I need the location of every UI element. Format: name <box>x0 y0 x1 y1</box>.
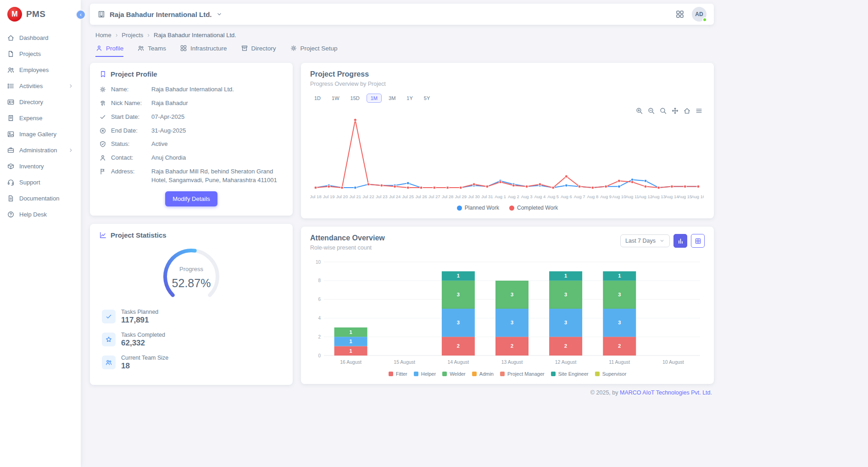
breadcrumb-item-home[interactable]: Home <box>95 32 111 39</box>
date-range-select[interactable]: Last 7 Days <box>620 234 670 247</box>
chart-view-button[interactable] <box>673 234 687 248</box>
x-axis-label: Jul 31 <box>481 194 493 199</box>
data-point-completed-work[interactable] <box>354 118 356 121</box>
legend-item-supervisor[interactable]: Supervisor <box>595 371 627 377</box>
data-point-completed-work[interactable] <box>380 184 383 187</box>
footer-link[interactable]: MARCO AIoT Technologies Pvt. Ltd. <box>620 389 712 396</box>
sidebar-item-employees[interactable]: Employees <box>0 62 81 78</box>
data-point-completed-work[interactable] <box>433 186 436 189</box>
data-point-completed-work[interactable] <box>499 181 502 183</box>
tab-project-setup[interactable]: Project Setup <box>290 44 338 57</box>
data-point-completed-work[interactable] <box>394 185 396 188</box>
data-point-completed-work[interactable] <box>420 186 423 189</box>
breadcrumb-item-projects[interactable]: Projects <box>122 32 143 39</box>
data-point-completed-work[interactable] <box>512 184 515 187</box>
data-point-planned-work[interactable] <box>565 184 568 187</box>
apps-grid-button[interactable] <box>675 10 684 19</box>
topbar-actions: AD <box>675 7 707 22</box>
modify-details-button[interactable]: Modify Details <box>165 191 217 206</box>
data-point-completed-work[interactable] <box>406 186 409 189</box>
range-3m[interactable]: 3M <box>384 94 400 103</box>
data-point-completed-work[interactable] <box>605 185 607 188</box>
sidebar-item-image-gallery[interactable]: Image Gallery <box>0 126 81 142</box>
home-button[interactable] <box>683 106 691 114</box>
range-15d[interactable]: 15D <box>346 94 364 103</box>
legend-item-fitter[interactable]: Fitter <box>389 371 407 377</box>
data-point-completed-work[interactable] <box>578 185 581 188</box>
data-point-completed-work[interactable] <box>539 183 541 186</box>
data-point-completed-work[interactable] <box>341 186 344 189</box>
zoom-out-button[interactable] <box>647 106 655 114</box>
table-view-button[interactable] <box>691 234 705 248</box>
app-logo[interactable]: M PMS <box>0 0 81 27</box>
data-point-completed-work[interactable] <box>618 179 620 182</box>
selection-zoom-button[interactable] <box>659 106 667 114</box>
sidebar-item-projects[interactable]: Projects <box>0 46 81 62</box>
zoom-in-button[interactable] <box>635 106 643 114</box>
main-area: Raja Bahadur International Ltd. AD Home›… <box>81 0 868 467</box>
range-1d[interactable]: 1D <box>310 94 325 103</box>
line-chart[interactable]: Jul 18Jul 19Jul 20Jul 21Jul 22Jul 23Jul … <box>310 110 705 204</box>
legend-item-site-engineer[interactable]: Site Engineer <box>551 371 589 377</box>
bar-chart[interactable]: 024681011116 August15 August233114 Augus… <box>310 257 705 369</box>
project-profile-card: Project Profile Name:Raja Bahadur Intern… <box>90 63 293 216</box>
data-point-completed-work[interactable] <box>631 181 634 183</box>
data-point-completed-work[interactable] <box>565 175 568 178</box>
sidebar-item-activities[interactable]: Activities <box>0 78 81 94</box>
stat-value: 18 <box>121 361 168 371</box>
range-1y[interactable]: 1Y <box>402 94 417 103</box>
bar-value: 1 <box>350 339 352 344</box>
legend-item-admin[interactable]: Admin <box>472 371 494 377</box>
sidebar-item-support[interactable]: Support <box>0 174 81 190</box>
sidebar-item-documentation[interactable]: Documentation <box>0 190 81 206</box>
tab-infrastructure[interactable]: Infrastructure <box>180 44 227 57</box>
data-point-completed-work[interactable] <box>671 185 673 188</box>
tab-directory[interactable]: Directory <box>241 44 276 57</box>
menu-button[interactable] <box>695 106 703 114</box>
tab-teams[interactable]: Teams <box>137 44 166 57</box>
range-5y[interactable]: 5Y <box>420 94 434 103</box>
data-point-completed-work[interactable] <box>486 185 489 188</box>
project-progress-chart[interactable]: Jul 18Jul 19Jul 20Jul 21Jul 22Jul 23Jul … <box>310 110 704 202</box>
legend-item-welder[interactable]: Welder <box>442 371 466 377</box>
data-point-completed-work[interactable] <box>459 186 462 189</box>
sidebar-item-dashboard[interactable]: Dashboard <box>0 30 81 46</box>
topbar: Raja Bahadur International Ltd. AD <box>90 4 714 25</box>
data-point-completed-work[interactable] <box>697 185 700 188</box>
legend-item-project-manager[interactable]: Project Manager <box>500 371 545 377</box>
sidebar-item-administration[interactable]: Administration <box>0 142 81 158</box>
data-point-completed-work[interactable] <box>684 185 686 188</box>
sidebar-item-help-desk[interactable]: Help Desk <box>0 206 81 222</box>
tab-profile[interactable]: Profile <box>95 44 123 57</box>
card-title-row: Project Statistics <box>99 231 284 239</box>
user-avatar[interactable]: AD <box>692 7 707 22</box>
data-point-completed-work[interactable] <box>644 185 647 188</box>
data-point-planned-work[interactable] <box>644 179 647 182</box>
data-point-planned-work[interactable] <box>354 186 356 189</box>
sidebar-item-inventory[interactable]: Inventory <box>0 158 81 174</box>
attendance-chart[interactable]: 024681011116 August15 August233114 Augus… <box>310 257 704 367</box>
sidebar-item-expense[interactable]: Expense <box>0 110 81 126</box>
data-point-completed-work[interactable] <box>591 186 594 189</box>
pan-button[interactable] <box>671 106 679 114</box>
data-point-completed-work[interactable] <box>657 186 660 189</box>
data-point-completed-work[interactable] <box>446 186 449 189</box>
data-point-completed-work[interactable] <box>473 183 475 186</box>
data-point-completed-work[interactable] <box>367 183 370 186</box>
legend-item-completed-work[interactable]: Completed Work <box>509 205 558 211</box>
gauge-value: 52.87% <box>152 277 230 290</box>
legend-item-planned-work[interactable]: Planned Work <box>457 205 499 211</box>
data-point-completed-work[interactable] <box>525 185 528 188</box>
attendance-header: Attendance Overview Role-wise present co… <box>310 234 705 251</box>
data-point-completed-work[interactable] <box>314 186 317 189</box>
data-point-completed-work[interactable] <box>552 186 555 189</box>
sidebar-collapse-button[interactable]: ‹ <box>76 10 86 20</box>
legend-item-helper[interactable]: Helper <box>414 371 436 377</box>
data-point-planned-work[interactable] <box>406 182 409 184</box>
data-point-completed-work[interactable] <box>328 185 330 188</box>
range-1w[interactable]: 1W <box>328 94 344 103</box>
data-point-planned-work[interactable] <box>618 185 620 188</box>
company-selector[interactable]: Raja Bahadur International Ltd. <box>97 10 223 18</box>
sidebar-item-directory[interactable]: Directory <box>0 94 81 110</box>
range-1m[interactable]: 1M <box>367 94 382 103</box>
